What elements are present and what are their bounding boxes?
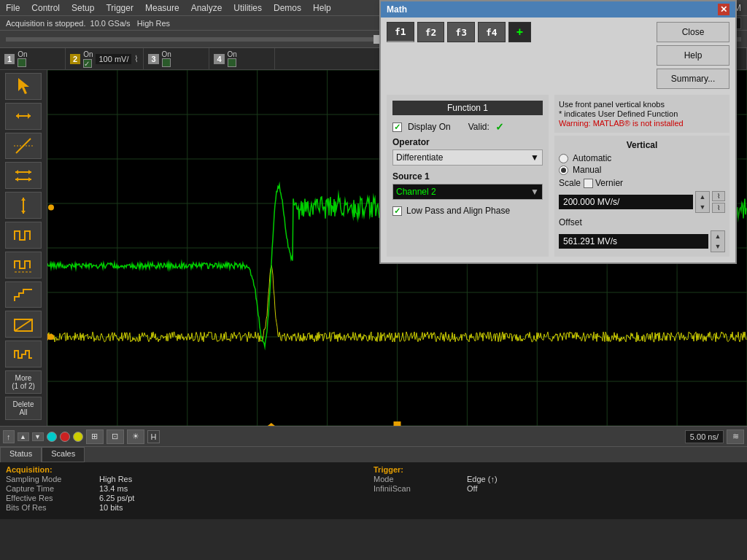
sidebar-btn-cursor[interactable] <box>5 73 42 100</box>
menu-measure[interactable]: Measure <box>145 3 179 13</box>
menu-trigger[interactable]: Trigger <box>106 3 133 13</box>
channel-3-block[interactable]: 3 On <box>144 48 209 69</box>
source-dropdown[interactable]: Channel 2 ▼ <box>392 184 543 200</box>
status-tab-scales[interactable]: Scales <box>42 447 85 462</box>
color-yellow[interactable] <box>73 432 83 442</box>
scroll-stepper-dn[interactable]: ▼ <box>32 432 44 441</box>
sidebar-btn-varrows[interactable] <box>5 192 42 219</box>
manual-radio[interactable] <box>559 166 568 175</box>
ch4-checkbox[interactable] <box>228 58 236 67</box>
ch3-checkbox[interactable] <box>162 58 171 67</box>
brightness-btn[interactable]: ☀ <box>127 429 144 444</box>
math-close-x-btn[interactable]: ✕ <box>718 4 729 15</box>
offset-row: Offset <box>559 217 725 228</box>
math-dialog: Math ✕ f1 f2 f3 f4 + Close Help Summary.… <box>379 0 737 264</box>
offset-down-btn[interactable]: ▼ <box>711 241 724 252</box>
auto-radio[interactable] <box>559 154 568 163</box>
sidebar-btn-squarewave[interactable] <box>5 222 42 249</box>
func-tab-add[interactable]: + <box>508 22 531 42</box>
scale-icon-up[interactable]: ⌇ <box>712 191 725 201</box>
channel-1-block[interactable]: 1 On <box>0 48 66 69</box>
info-user-defined: * indicates User Defined Function <box>559 109 678 118</box>
trigger-key-2: InfiniiScan <box>374 484 461 493</box>
ch4-on: On <box>228 50 237 58</box>
status-key-3: Bits Of Res <box>6 503 93 512</box>
status-key-2: Effective Res <box>6 494 93 502</box>
menu-control[interactable]: Control <box>31 3 60 13</box>
sidebar-btn-complex[interactable] <box>5 341 42 368</box>
trigger-row-0: Mode Edge (↑) <box>374 475 741 483</box>
ch3-num: 3 <box>148 54 158 64</box>
menu-file[interactable]: File <box>6 3 20 13</box>
display-on-label: Display On <box>408 122 451 132</box>
waveform-btn1[interactable]: ≋ <box>727 429 744 444</box>
svg-marker-10 <box>21 198 26 201</box>
math-title-bar: Math ✕ <box>381 1 735 18</box>
menu-demos[interactable]: Demos <box>274 3 301 13</box>
func-tab-f1[interactable]: f1 <box>387 22 414 42</box>
ch2-checkbox[interactable]: ✓ <box>83 59 92 68</box>
view-btn1[interactable]: ⊞ <box>86 429 104 444</box>
ch2-scale: 100 mV/ <box>96 54 131 64</box>
status-tabs: Status Scales <box>0 446 747 462</box>
operator-dropdown[interactable]: Differentiate ▼ <box>392 149 543 166</box>
color-red[interactable] <box>60 432 70 442</box>
scale-down-btn[interactable]: ▼ <box>696 202 709 212</box>
menu-help[interactable]: Help <box>313 3 331 13</box>
close-button[interactable]: Close <box>657 22 729 42</box>
color-cyan[interactable] <box>47 432 57 442</box>
help-button[interactable]: Help <box>657 45 729 66</box>
ch1-on: On <box>18 50 27 58</box>
menu-setup[interactable]: Setup <box>71 3 94 13</box>
math-right-panel: Use front panel vertical knobs * indicat… <box>554 95 729 257</box>
status-row-0: Sampling Mode High Res <box>6 475 374 483</box>
func-tab-f4[interactable]: f4 <box>478 22 506 42</box>
display-on-checkbox[interactable]: ✓ <box>392 122 402 132</box>
func-tab-f2[interactable]: f2 <box>417 22 445 42</box>
sidebar-btn-ramp[interactable] <box>5 311 42 338</box>
status-row-3: Bits Of Res 10 bits <box>6 503 374 512</box>
menu-utilities[interactable]: Utilities <box>233 3 262 13</box>
ch2-on: On <box>83 50 93 58</box>
vertical-section: Vertical Automatic Manual Scale <box>554 136 729 257</box>
timebase-display: 5.00 ns/ <box>685 430 724 443</box>
svg-marker-8 <box>28 177 31 182</box>
status-key-0: Sampling Mode <box>6 475 93 483</box>
ch1-num: 1 <box>4 54 15 64</box>
sidebar-btn-squareoffset[interactable] <box>5 252 42 279</box>
status-row-1: Capture Time 13.4 ms <box>6 484 374 493</box>
status-tab-status[interactable]: Status <box>0 447 42 462</box>
sidebar-btn-hstretch[interactable] <box>5 103 42 130</box>
vernier-checkbox[interactable] <box>584 179 593 188</box>
func-tab-f3[interactable]: f3 <box>447 22 475 42</box>
scale-up-btn[interactable]: ▲ <box>696 192 709 202</box>
view-btn2[interactable]: ⊡ <box>107 429 124 444</box>
offset-up-btn[interactable]: ▲ <box>711 231 724 241</box>
summary-button[interactable]: Summary... <box>657 69 729 89</box>
status-val-2: 6.25 ps/pt <box>99 494 134 502</box>
scroll-stepper-up[interactable]: ▲ <box>18 432 29 441</box>
status-key-1: Capture Time <box>6 484 93 493</box>
bottom-toolbar: ↑ ▲ ▼ ⊞ ⊡ ☀ H 5.00 ns/ ≋ <box>0 426 747 446</box>
acq-label: Acquisition: <box>6 465 374 474</box>
ch1-checkbox[interactable] <box>18 58 26 67</box>
more-button[interactable]: More(1 of 2) <box>5 370 42 394</box>
svg-line-13 <box>15 319 32 331</box>
delete-all-button[interactable]: DeleteAll <box>5 397 42 420</box>
channel-4-block[interactable]: 4 On <box>209 48 275 69</box>
channel-2-block[interactable]: 2 On ✓ 100 mV/ ⌇ <box>66 48 144 69</box>
scale-row: Scale Vernier <box>559 178 725 188</box>
lowpass-checkbox[interactable]: ✓ <box>392 206 402 216</box>
h-indicator: H <box>147 430 160 443</box>
sidebar-btn-diagonal[interactable] <box>5 133 42 160</box>
sidebar-bottom-btns: More(1 of 2) DeleteAll <box>5 370 42 423</box>
math-left-panel: Function 1 ✓ Display On Valid: ✓ Operato… <box>387 95 549 257</box>
menu-analyze[interactable]: Analyze <box>191 3 222 13</box>
status-left: Acquisition: Sampling Mode High Res Capt… <box>6 465 374 516</box>
svg-marker-11 <box>21 211 26 214</box>
sidebar-btn-harrows[interactable] <box>5 162 42 189</box>
scroll-up-btn[interactable]: ↑ <box>3 430 15 443</box>
scale-icon-dn[interactable]: ⌇ <box>712 203 725 213</box>
sidebar-btn-stepwave[interactable] <box>5 281 42 308</box>
status-content: Acquisition: Sampling Mode High Res Capt… <box>0 462 747 519</box>
